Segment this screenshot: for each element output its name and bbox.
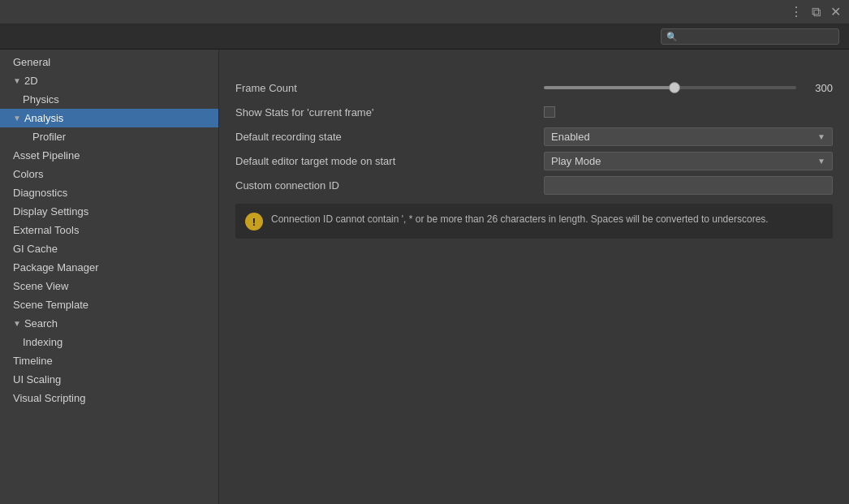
- setting-row-frame-count: Frame Count300: [235, 77, 833, 98]
- setting-control-frame-count: 300: [544, 82, 833, 94]
- content-area: Frame Count300Show Stats for 'current fr…: [219, 50, 849, 504]
- checkbox-show-stats[interactable]: [544, 106, 555, 118]
- setting-control-default-recording: Enabled▼: [544, 127, 833, 146]
- search-input-wrap[interactable]: 🔍: [661, 28, 839, 45]
- sidebar-item-gi-cache[interactable]: GI Cache: [0, 239, 218, 258]
- setting-label-default-editor-target: Default editor target mode on start: [235, 155, 544, 167]
- sidebar-label-gi-cache: GI Cache: [13, 243, 58, 255]
- search-bar: 🔍: [0, 24, 849, 50]
- sidebar-label-physics: Physics: [23, 93, 59, 106]
- sidebar-label-analysis: Analysis: [24, 112, 63, 124]
- sidebar-label-timeline: Timeline: [13, 355, 53, 367]
- sidebar-item-2d[interactable]: 2D: [0, 71, 218, 90]
- sidebar-label-ui-scaling: UI Scaling: [13, 373, 61, 386]
- setting-label-frame-count: Frame Count: [235, 82, 544, 94]
- sidebar-label-package-manager: Package Manager: [13, 261, 99, 274]
- sidebar-item-package-manager[interactable]: Package Manager: [0, 258, 218, 277]
- sidebar-label-scene-view: Scene View: [13, 280, 68, 292]
- sidebar-item-ui-scaling[interactable]: UI Scaling: [0, 370, 218, 389]
- sidebar-label-diagnostics: Diagnostics: [13, 187, 67, 199]
- setting-row-show-stats: Show Stats for 'current frame': [235, 101, 833, 123]
- setting-row-custom-connection-id: Custom connection ID: [235, 174, 833, 196]
- sidebar-item-diagnostics[interactable]: Diagnostics: [0, 183, 218, 202]
- slider-value-frame-count: 300: [804, 82, 833, 94]
- setting-label-show-stats: Show Stats for 'current frame': [235, 106, 544, 118]
- dropdown-value-default-editor-target: Play Mode: [551, 155, 601, 167]
- slider-wrap-frame-count: 300: [544, 82, 833, 94]
- setting-control-default-editor-target: Play Mode▼: [544, 152, 833, 170]
- warning-box: !Connection ID cannot contain ', * or be…: [235, 204, 833, 239]
- setting-row-default-recording: Default recording stateEnabled▼: [235, 126, 833, 147]
- sidebar-item-general[interactable]: General: [0, 53, 218, 71]
- setting-label-custom-connection-id: Custom connection ID: [235, 179, 544, 192]
- arrow-icon-analysis: [13, 114, 21, 123]
- sidebar-label-search: Search: [24, 317, 58, 330]
- search-icon: 🔍: [666, 32, 678, 42]
- sidebar: General2DPhysicsAnalysisProfilerAsset Pi…: [0, 50, 219, 504]
- setting-control-custom-connection-id: [544, 176, 833, 195]
- sidebar-item-scene-view[interactable]: Scene View: [0, 277, 218, 295]
- title-bar: ⋮ ⧉ ✕: [0, 0, 849, 24]
- dropdown-value-default-recording: Enabled: [551, 131, 590, 143]
- warning-text: Connection ID cannot contain ', * or be …: [271, 212, 769, 226]
- arrow-icon-2d: [13, 76, 21, 85]
- sidebar-item-analysis[interactable]: Analysis: [0, 109, 218, 127]
- sidebar-item-physics[interactable]: Physics: [0, 90, 218, 109]
- sidebar-label-scene-template: Scene Template: [13, 299, 88, 311]
- sidebar-item-display-settings[interactable]: Display Settings: [0, 202, 218, 221]
- title-bar-controls: ⋮ ⧉ ✕: [789, 5, 843, 19]
- sidebar-label-profiler: Profiler: [32, 131, 66, 143]
- sidebar-label-display-settings: Display Settings: [13, 205, 88, 218]
- sidebar-label-indexing: Indexing: [23, 336, 62, 348]
- preferences-icon: [6, 6, 19, 19]
- sidebar-item-timeline[interactable]: Timeline: [0, 351, 218, 370]
- search-input[interactable]: [681, 31, 834, 42]
- setting-control-show-stats: [544, 106, 833, 118]
- setting-label-default-recording: Default recording state: [235, 131, 544, 143]
- sidebar-item-visual-scripting[interactable]: Visual Scripting: [0, 389, 218, 407]
- menu-button[interactable]: ⋮: [789, 5, 804, 19]
- sidebar-label-general: General: [13, 56, 50, 68]
- sidebar-item-profiler[interactable]: Profiler: [0, 127, 218, 146]
- sidebar-item-colors[interactable]: Colors: [0, 165, 218, 183]
- arrow-icon-search: [13, 319, 21, 328]
- slider-frame-count[interactable]: [544, 86, 796, 89]
- text-input-custom-connection-id[interactable]: [544, 176, 833, 195]
- sidebar-label-2d: 2D: [24, 75, 38, 87]
- main-layout: General2DPhysicsAnalysisProfilerAsset Pi…: [0, 50, 849, 504]
- warning-icon: !: [245, 213, 263, 230]
- sidebar-item-external-tools[interactable]: External Tools: [0, 221, 218, 239]
- sidebar-item-scene-template[interactable]: Scene Template: [0, 295, 218, 314]
- close-button[interactable]: ✕: [828, 5, 843, 19]
- restore-button[interactable]: ⧉: [808, 5, 823, 19]
- sidebar-label-visual-scripting: Visual Scripting: [13, 392, 85, 404]
- sidebar-label-colors: Colors: [13, 168, 44, 180]
- dropdown-default-recording[interactable]: Enabled▼: [544, 127, 833, 146]
- sidebar-label-asset-pipeline: Asset Pipeline: [13, 149, 80, 162]
- sidebar-item-asset-pipeline[interactable]: Asset Pipeline: [0, 146, 218, 165]
- dropdown-arrow-default-editor-target: ▼: [817, 157, 825, 166]
- setting-row-default-editor-target: Default editor target mode on startPlay …: [235, 150, 833, 171]
- dropdown-default-editor-target[interactable]: Play Mode▼: [544, 152, 833, 170]
- sidebar-label-external-tools: External Tools: [13, 224, 79, 236]
- dropdown-arrow-default-recording: ▼: [817, 132, 825, 141]
- sidebar-item-indexing[interactable]: Indexing: [0, 333, 218, 351]
- sidebar-item-search[interactable]: Search: [0, 314, 218, 333]
